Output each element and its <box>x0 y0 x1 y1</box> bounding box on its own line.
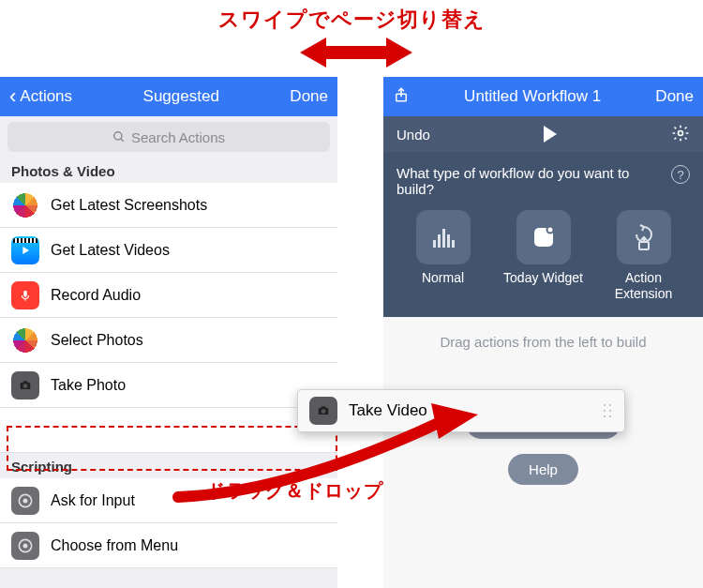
workflow-type-action-extension[interactable]: Action Extension <box>597 210 690 302</box>
workflow-type-label: Action Extension <box>597 270 690 302</box>
action-label: Take Photo <box>51 377 126 394</box>
svg-point-11 <box>23 498 28 503</box>
done-button-right[interactable]: Done <box>655 87 694 106</box>
share-icon[interactable] <box>393 84 410 110</box>
action-item[interactable]: Select Photos <box>0 318 337 363</box>
header-title: Suggested <box>72 87 290 106</box>
dragging-action-label: Take Video <box>349 401 427 420</box>
svg-point-2 <box>114 132 122 140</box>
search-placeholder: Search Actions <box>131 129 225 145</box>
drag-handle-icon <box>602 402 613 419</box>
action-item[interactable]: Get Latest Screenshots <box>0 183 337 228</box>
action-extension-icon <box>617 210 671 264</box>
svg-rect-19 <box>447 234 450 248</box>
action-item[interactable]: Choose from Menu <box>0 523 337 568</box>
search-wrap: Search Actions <box>0 116 337 158</box>
svg-marker-0 <box>300 38 412 68</box>
empty-slot <box>0 408 337 453</box>
workflow-editor-pane: Untitled Workflow 1 Done Undo What type … <box>383 77 703 588</box>
back-button[interactable]: ‹ Actions <box>9 86 72 107</box>
workflow-type-today-widget[interactable]: Today Widget <box>497 210 590 302</box>
workflow-type-label: Normal <box>422 270 464 286</box>
double-arrow-icon <box>300 34 412 71</box>
svg-rect-27 <box>322 406 326 408</box>
dragging-action-card[interactable]: Take Video <box>297 389 625 432</box>
workflow-type-label: Today Widget <box>503 270 583 286</box>
normal-icon <box>416 210 471 264</box>
action-label: Record Audio <box>51 287 141 304</box>
action-label: Get Latest Screenshots <box>51 197 207 214</box>
play-icon[interactable] <box>544 126 557 143</box>
right-header: Untitled Workflow 1 Done <box>383 77 703 116</box>
svg-point-26 <box>322 409 326 414</box>
workflow-type-chooser: What type of workflow do you want to bui… <box>383 152 703 317</box>
svg-rect-18 <box>442 229 445 248</box>
action-label: Select Photos <box>51 332 143 349</box>
search-icon <box>112 130 126 143</box>
action-label: Get Latest Videos <box>51 242 170 259</box>
camera-icon <box>11 371 39 400</box>
workflow-type-normal[interactable]: Normal <box>396 210 489 302</box>
svg-point-8 <box>23 384 28 388</box>
gear-icon <box>11 532 39 560</box>
toolbar: Undo <box>383 116 703 152</box>
annotation-swipe: スワイプでページ切り替え <box>0 6 703 34</box>
action-label: Ask for Input <box>51 492 135 509</box>
chevron-left-icon: ‹ <box>9 86 16 107</box>
annotation-dragdrop: ドラッグ＆ドロップ <box>206 478 383 504</box>
search-input[interactable]: Search Actions <box>7 122 330 152</box>
svg-point-13 <box>23 543 28 548</box>
action-item[interactable]: Record Audio <box>0 273 337 318</box>
camera-icon <box>309 397 337 425</box>
settings-icon[interactable] <box>671 124 690 145</box>
section-header-scripting: Scripting <box>0 453 337 478</box>
undo-button[interactable]: Undo <box>396 127 430 143</box>
action-item[interactable]: Get Latest Videos <box>0 228 337 273</box>
photos-icon <box>11 326 39 354</box>
actions-browser-pane: ‹ Actions Suggested Done Search Actions … <box>0 77 337 588</box>
svg-rect-9 <box>23 381 28 383</box>
svg-rect-23 <box>639 242 649 249</box>
svg-rect-20 <box>452 240 455 248</box>
back-label: Actions <box>20 87 72 106</box>
left-header: ‹ Actions Suggested Done <box>0 77 337 116</box>
action-label: Choose from Menu <box>51 537 178 554</box>
videos-icon <box>11 236 39 264</box>
done-button-left[interactable]: Done <box>290 87 328 106</box>
gear-icon <box>11 487 39 515</box>
section-header-photos: Photos & Video <box>0 158 337 183</box>
action-item[interactable]: Take Photo <box>0 363 337 408</box>
question-text: What type of workflow do you want to bui… <box>396 165 662 197</box>
help-icon[interactable]: ? <box>671 165 690 184</box>
drop-hint: Drag actions from the left to build <box>440 334 646 350</box>
svg-marker-4 <box>22 247 29 254</box>
today-widget-icon <box>516 210 571 264</box>
photos-icon <box>11 191 39 219</box>
svg-rect-5 <box>23 290 27 296</box>
svg-rect-16 <box>433 240 436 248</box>
microphone-icon <box>11 281 39 309</box>
help-button[interactable]: Help <box>508 454 578 485</box>
workflow-canvas[interactable]: Drag actions from the left to build Take… <box>383 317 703 588</box>
svg-line-3 <box>121 139 124 142</box>
svg-point-22 <box>546 227 553 234</box>
svg-point-15 <box>678 130 682 135</box>
workflow-title: Untitled Workflow 1 <box>464 87 601 106</box>
svg-rect-17 <box>438 234 441 248</box>
